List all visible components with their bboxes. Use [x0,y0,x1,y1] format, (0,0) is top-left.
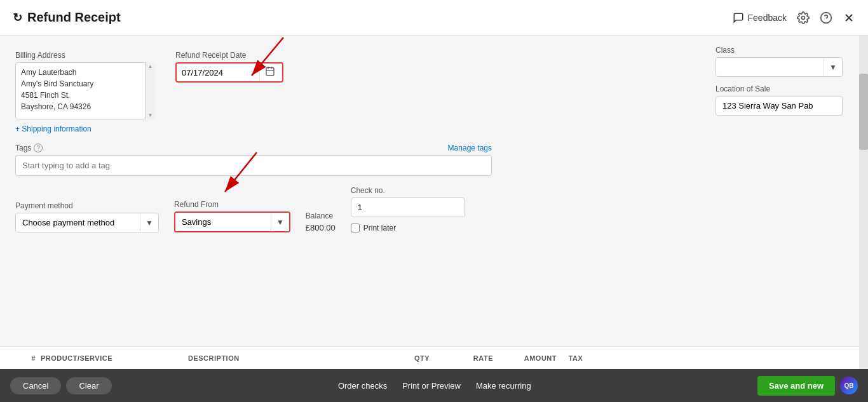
help-icon [820,11,832,24]
calendar-button[interactable] [259,64,280,81]
location-sale-label: Location of Sale [715,84,843,93]
date-label: Refund Receipt Date [175,51,296,60]
header: ↻ Refund Receipt Feedback [0,0,868,36]
payment-row: Payment method Choose payment method ▼ R… [15,186,853,232]
location-sale-group: Location of Sale [715,84,843,116]
class-label: Class [715,46,843,55]
main-content: Billing Address Amy Lauterbach Amy's Bir… [0,36,868,369]
class-select[interactable] [716,58,824,76]
print-preview-button[interactable]: Print or Preview [402,381,461,391]
payment-method-wrap: Choose payment method ▼ [15,213,159,232]
cancel-button[interactable]: Cancel [10,377,61,394]
tags-section: Tags ? Manage tags [15,144,853,176]
check-no-label: Check no. [351,186,465,195]
address-scrollbar: ▲ ▼ [145,62,155,119]
clear-button[interactable]: Clear [66,377,111,394]
footer-left: Cancel Clear [10,377,112,394]
date-input[interactable] [177,64,259,81]
svg-point-0 [802,16,805,19]
shipping-link[interactable]: + Shipping information [15,124,155,133]
calendar-icon [265,66,275,76]
payment-method-group: Payment method Choose payment method ▼ [15,201,159,232]
print-later-row: Print later [351,224,465,232]
settings-icon [797,11,810,24]
scrollbar-track [859,36,868,369]
billing-line-3: 4581 Finch St. [21,90,142,101]
history-icon: ↻ [13,11,22,25]
col-header-qty: QTY [379,354,430,362]
print-later-label: Print later [363,224,396,232]
date-group: Refund Receipt Date [175,51,296,90]
class-arrow: ▼ [824,58,842,76]
col-header-amount: AMOUNT [493,354,557,362]
check-no-input[interactable] [351,198,465,217]
billing-address-group: Billing Address Amy Lauterbach Amy's Bir… [15,51,155,133]
billing-address-label: Billing Address [15,51,155,60]
billing-line-4: Bayshore, CA 94326 [21,101,142,112]
svg-rect-5 [266,68,274,76]
balance-value: £800.00 [306,223,336,232]
refund-from-group: Refund From Savings ▼ [174,200,290,232]
check-no-group: Check no. Print later [351,186,465,232]
col-header-num: # [10,354,36,362]
settings-button[interactable] [797,11,810,24]
close-button[interactable] [843,11,855,24]
manage-tags-link[interactable]: Manage tags [448,144,492,152]
refund-from-wrap: Savings ▼ [174,211,290,232]
print-later-checkbox[interactable] [351,224,360,232]
tags-header: Tags ? Manage tags [15,144,492,152]
footer-center: Order checks Print or Preview Make recur… [112,381,757,391]
location-sale-input[interactable] [715,96,843,116]
header-actions: Feedback [733,11,855,24]
balance-group: Balance £800.00 [306,211,336,232]
page-title: ↻ Refund Receipt [13,10,121,25]
billing-line-2: Amy's Bird Sanctuary [21,78,142,90]
col-header-product: PRODUCT/SERVICE [36,354,188,362]
col-header-rate: RATE [430,354,493,362]
feedback-icon [733,12,744,23]
footer: Cancel Clear Order checks Print or Previ… [0,369,868,402]
feedback-button[interactable]: Feedback [733,12,787,23]
col-header-tax: TAX [557,354,595,362]
class-select-wrap: ▼ [715,57,843,77]
tags-label: Tags ? [15,144,43,152]
right-panel: Class ▼ Location of Sale [715,46,843,116]
tags-info-icon[interactable]: ? [34,144,43,152]
payment-method-arrow: ▼ [140,214,158,232]
refund-from-arrow: ▼ [271,213,289,231]
balance-label: Balance [306,211,336,220]
payment-method-label: Payment method [15,201,159,210]
col-header-desc: DESCRIPTION [188,354,379,362]
quickbooks-icon: QB [840,377,858,394]
billing-line-1: Amy Lauterbach [21,67,142,78]
make-recurring-button[interactable]: Make recurring [476,381,531,391]
billing-address-box[interactable]: Amy Lauterbach Amy's Bird Sanctuary 4581… [15,62,155,119]
help-button[interactable] [820,11,832,24]
order-checks-button[interactable]: Order checks [338,381,387,391]
refund-from-select[interactable]: Savings [175,213,271,231]
payment-method-select[interactable]: Choose payment method [16,213,140,232]
class-group: Class ▼ [715,46,843,77]
save-new-button[interactable]: Save and new [757,376,835,396]
date-input-wrap [175,62,283,83]
footer-right: Save and new QB [757,376,858,396]
table-header: # PRODUCT/SERVICE DESCRIPTION QTY RATE A… [0,346,868,369]
refund-from-label: Refund From [174,200,290,209]
scrollbar-thumb[interactable] [859,74,868,150]
tags-input[interactable] [15,155,492,176]
close-icon [843,11,855,24]
